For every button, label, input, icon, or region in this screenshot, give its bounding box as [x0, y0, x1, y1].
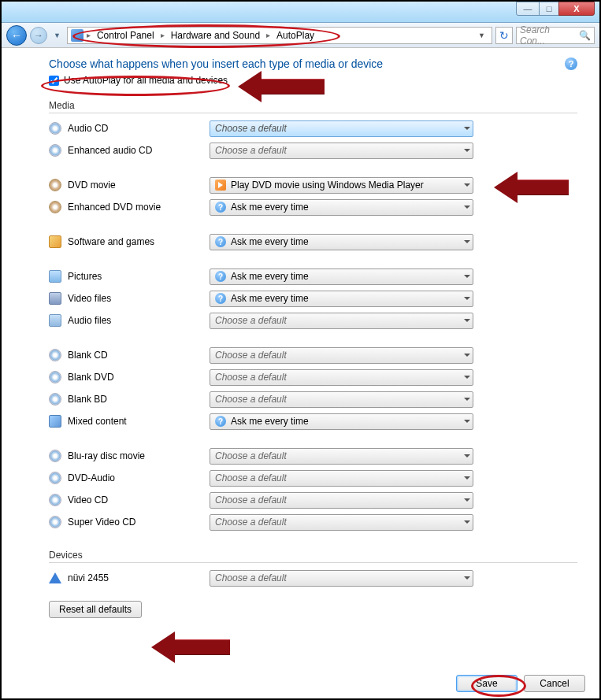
action-dropdown[interactable]: Choose a default — [210, 470, 473, 487]
dropdown-value: Choose a default — [215, 472, 287, 483]
item-icon — [49, 572, 61, 583]
action-dropdown[interactable]: Choose a default — [210, 570, 473, 587]
maximize-button[interactable]: □ — [539, 2, 559, 16]
autoplay-all-checkbox-row[interactable]: Use AutoPlay for all media and devices — [49, 75, 577, 86]
chevron-down-icon — [464, 297, 470, 300]
item-icon — [49, 415, 61, 428]
dropdown-value: Choose a default — [215, 450, 287, 461]
question-icon: ? — [215, 293, 226, 304]
action-dropdown[interactable]: Choose a default — [210, 120, 473, 137]
media-item-row: Software and games?Ask me every time — [49, 231, 577, 252]
chevron-right-icon[interactable]: ▸ — [265, 31, 272, 39]
dropdown-value: Ask me every time — [231, 271, 309, 282]
breadcrumb-item[interactable]: AutoPlay — [272, 30, 319, 41]
action-dropdown[interactable]: Choose a default — [210, 492, 473, 509]
media-item-row: Blank CDChoose a default — [49, 345, 577, 365]
cancel-button[interactable]: Cancel — [524, 675, 585, 692]
chevron-down-icon — [464, 498, 470, 502]
breadcrumb[interactable]: ▸ Control Panel ▸ Hardware and Sound ▸ A… — [67, 27, 492, 44]
media-item-row: Blank DVDChoose a default — [49, 367, 577, 387]
media-item-row: Mixed content?Ask me every time — [49, 411, 577, 431]
item-label: Blank CD — [68, 350, 210, 361]
item-icon — [49, 472, 61, 484]
action-dropdown[interactable]: Choose a default — [210, 313, 473, 329]
media-item-row: Video CDChoose a default — [49, 490, 577, 510]
item-icon — [49, 270, 61, 283]
action-dropdown[interactable]: ?Ask me every time — [210, 234, 473, 250]
chevron-down-icon — [464, 275, 470, 278]
question-icon: ? — [215, 202, 226, 213]
action-dropdown[interactable]: Choose a default — [210, 391, 473, 408]
location-icon — [71, 29, 83, 42]
chevron-right-icon[interactable]: ▸ — [85, 31, 92, 39]
item-label: Software and games — [68, 236, 210, 247]
dropdown-value: Choose a default — [215, 145, 287, 156]
action-dropdown[interactable]: Choose a default — [210, 347, 473, 364]
dropdown-value: Choose a default — [215, 517, 287, 528]
chevron-down-icon — [464, 520, 470, 524]
chevron-down-icon — [464, 206, 470, 209]
item-label: DVD-Audio — [68, 472, 210, 483]
item-label: Blank DVD — [68, 372, 210, 383]
chevron-down-icon — [464, 476, 470, 480]
dropdown-value: Choose a default — [215, 123, 287, 134]
action-dropdown[interactable]: Choose a default — [210, 369, 473, 386]
action-dropdown[interactable]: Play DVD movie using Windows Media Playe… — [210, 177, 473, 194]
item-label: Blu-ray disc movie — [68, 450, 210, 461]
dropdown-value: Play DVD movie using Windows Media Playe… — [231, 180, 424, 191]
action-dropdown[interactable]: Choose a default — [210, 143, 473, 159]
action-dropdown[interactable]: ?Ask me every time — [210, 199, 473, 216]
media-item-row: Blu-ray disc movieChoose a default — [49, 446, 577, 466]
action-dropdown[interactable]: ?Ask me every time — [210, 269, 473, 285]
item-label: DVD movie — [68, 180, 210, 191]
dropdown-value: Choose a default — [215, 572, 287, 583]
dropdown-value: Ask me every time — [231, 293, 309, 304]
help-icon[interactable]: ? — [565, 57, 577, 70]
reset-defaults-button[interactable]: Reset all defaults — [49, 601, 142, 618]
media-item-row: DVD-AudioChoose a default — [49, 468, 577, 488]
item-icon — [49, 393, 61, 406]
dropdown-value: Ask me every time — [231, 202, 309, 213]
dropdown-value: Ask me every time — [231, 236, 309, 247]
chevron-down-icon — [464, 420, 470, 423]
nav-bar: ← → ▼ ▸ Control Panel ▸ Hardware and Sou… — [2, 23, 599, 48]
chevron-right-icon[interactable]: ▸ — [159, 31, 166, 39]
breadcrumb-dropdown-icon[interactable]: ▼ — [475, 31, 488, 39]
media-item-row: Enhanced audio CDChoose a default — [49, 140, 577, 161]
save-button[interactable]: Save — [456, 675, 518, 692]
section-header-media: Media — [49, 100, 577, 113]
item-label: Audio CD — [68, 123, 210, 134]
search-icon: 🔍 — [579, 30, 591, 41]
play-icon — [215, 180, 226, 191]
media-item-row: Enhanced DVD movie?Ask me every time — [49, 197, 577, 217]
forward-button[interactable]: → — [30, 27, 47, 44]
action-dropdown[interactable]: Choose a default — [210, 448, 473, 465]
breadcrumb-item[interactable]: Control Panel — [92, 30, 159, 41]
item-icon — [49, 179, 61, 191]
minimize-button[interactable]: — — [516, 2, 540, 16]
device-item-list: nüvi 2455Choose a default — [49, 568, 577, 588]
item-icon — [49, 371, 61, 383]
item-label: Video files — [68, 293, 210, 304]
media-item-row: Super Video CDChoose a default — [49, 512, 577, 532]
chevron-down-icon — [464, 240, 470, 243]
search-input[interactable]: Search Con... 🔍 — [516, 27, 595, 44]
action-dropdown[interactable]: ?Ask me every time — [210, 291, 473, 307]
autoplay-all-checkbox[interactable] — [49, 76, 59, 86]
dropdown-value: Choose a default — [215, 394, 287, 405]
question-icon: ? — [215, 271, 226, 282]
item-label: Pictures — [68, 271, 210, 282]
close-button[interactable]: X — [558, 2, 595, 16]
item-label: Super Video CD — [68, 517, 210, 528]
question-icon: ? — [215, 416, 226, 427]
chevron-down-icon — [464, 149, 470, 152]
chevron-down-icon — [464, 354, 470, 357]
history-dropdown-icon[interactable]: ▼ — [50, 31, 64, 39]
refresh-button[interactable]: ↻ — [495, 27, 513, 44]
dropdown-value: Choose a default — [215, 372, 287, 383]
back-button[interactable]: ← — [6, 25, 27, 46]
action-dropdown[interactable]: Choose a default — [210, 514, 473, 531]
breadcrumb-item[interactable]: Hardware and Sound — [166, 30, 265, 41]
action-dropdown[interactable]: ?Ask me every time — [210, 413, 473, 430]
media-item-list: Audio CDChoose a defaultEnhanced audio C… — [49, 118, 577, 532]
